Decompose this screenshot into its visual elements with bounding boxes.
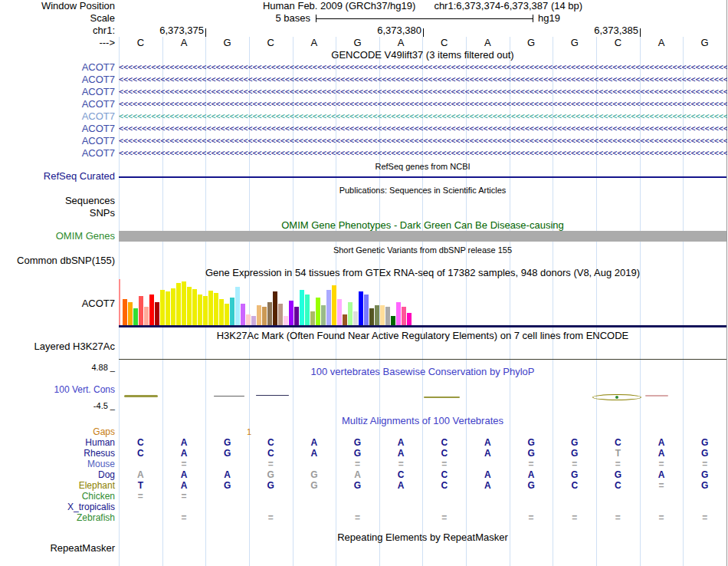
common-dbsnp-label[interactable]: Common dbSNP(155): [0, 255, 115, 267]
alignment-base: A: [640, 469, 684, 480]
repeatmasker-label[interactable]: RepeatMasker: [0, 542, 115, 554]
alignment-base: [336, 491, 379, 502]
conservation-mark: [645, 395, 668, 397]
scale-bar: [316, 15, 533, 22]
gtex-expression-bar: [337, 299, 342, 325]
species-label: Mouse: [0, 459, 115, 469]
alignment-base: A: [379, 437, 423, 448]
gtex-expression-bar: [187, 287, 192, 325]
genome-label: hg19: [538, 12, 560, 25]
alignment-base: G: [510, 437, 553, 448]
gencode-gene-label[interactable]: ACOT7: [0, 98, 115, 110]
gencode-gene-label[interactable]: ACOT7: [0, 74, 115, 86]
alignment-base: G: [683, 480, 726, 491]
alignment-base: A: [162, 448, 206, 459]
gencode-gene-label[interactable]: ACOT7: [0, 147, 115, 160]
gencode-gene-label[interactable]: ACOT7: [0, 123, 115, 135]
gtex-expression-bar: [123, 299, 127, 325]
species-label: Zebrafish: [0, 512, 115, 523]
alignment-base: [466, 502, 510, 512]
alignment-base: [162, 502, 206, 512]
gencode-gene-label[interactable]: ACOT7: [0, 110, 115, 123]
alignment-base: C: [596, 437, 640, 448]
alignment-base: A: [466, 469, 510, 480]
gencode-gene-label[interactable]: ACOT7: [0, 86, 115, 98]
cons-max-label: 4.88 _: [0, 361, 115, 373]
alignment-cells: CAGCAGACAGGCAG: [119, 437, 726, 448]
alignment-cells: ==: [119, 491, 726, 502]
h3k27ac-signal-line: [119, 359, 726, 360]
gtex-expression-bar: [294, 307, 299, 325]
gencode-transcript-row: ACOT7<<<<<<<<<<<<<<<<<<<<<<<<<<<<<<<<<<<…: [0, 86, 728, 98]
base-letter: A: [162, 37, 206, 49]
conservation-mark: [214, 396, 244, 397]
refseq-curated-label[interactable]: RefSeq Curated: [0, 170, 115, 183]
conservation-mark: [256, 395, 289, 396]
alignment-base: [683, 491, 726, 502]
conservation-label[interactable]: 100 Vert. Cons: [0, 383, 115, 396]
gtex-expression-bar: [402, 307, 406, 325]
gencode-gene-label[interactable]: ACOT7: [0, 61, 115, 74]
gtex-expression-bar: [257, 305, 261, 325]
alignment-base: [466, 491, 510, 502]
gtex-track-label[interactable]: ACOT7: [0, 298, 115, 310]
gtex-expression-bar: [251, 316, 256, 325]
alignment-base: [293, 502, 336, 512]
alignment-base: =: [422, 459, 466, 469]
base-letter: C: [422, 37, 466, 49]
gtex-expression-bar: [284, 316, 288, 325]
transcript-arrows: <<<<<<<<<<<<<<<<<<<<<<<<<<<<<<<<<<<<<<<<…: [119, 74, 727, 86]
track-title-refseq: RefSeq genes from NCBI: [119, 160, 726, 173]
alignment-base: =: [119, 491, 162, 502]
transcript-arrows: <<<<<<<<<<<<<<<<<<<<<<<<<<<<<<<<<<<<<<<<…: [119, 135, 727, 147]
gencode-gene-label[interactable]: ACOT7: [0, 135, 115, 147]
gtex-baseline: [119, 325, 726, 327]
track-title-repeatmasker: Repeating Elements by RepeatMasker: [119, 531, 726, 544]
alignment-base: G: [249, 480, 293, 491]
coordinate-label: 6,373,375: [159, 25, 204, 37]
base-letter: C: [249, 37, 293, 49]
gencode-rows: ACOT7<<<<<<<<<<<<<<<<<<<<<<<<<<<<<<<<<<<…: [0, 61, 728, 160]
track-title-publications: Publications: Sequences in Scientific Ar…: [119, 184, 726, 196]
gtex-expression-bar: [155, 302, 159, 325]
alignment-base: G: [205, 448, 249, 459]
alignment-base: =: [336, 512, 379, 523]
alignment-base: [205, 491, 249, 502]
gtex-expression-bar: [353, 311, 358, 325]
alignment-base: C: [596, 480, 640, 491]
conservation-mark: [592, 394, 641, 400]
snps-label[interactable]: SNPs: [0, 207, 115, 219]
alignment-base: =: [249, 459, 293, 469]
alignment-base: =: [510, 459, 553, 469]
species-label: Elephant: [0, 480, 115, 491]
alignment-base: =: [336, 459, 379, 469]
alignment-base: G: [553, 437, 596, 448]
alignment-base: G: [596, 469, 640, 480]
coords-row: 6,373,3756,373,3806,373,385: [0, 25, 728, 37]
sequences-label[interactable]: Sequences: [0, 195, 115, 207]
position-title: chr1:6,373,374-6,373,387 (14 bp): [434, 0, 582, 12]
gtex-expression-bar: [332, 285, 336, 325]
gtex-expression-bar: [385, 307, 390, 325]
gtex-expression-bar: [407, 313, 412, 325]
alignment-base: A: [205, 469, 249, 480]
base-letter: A: [379, 37, 423, 49]
gtex-expression-bar: [144, 307, 149, 325]
omim-genes-label[interactable]: OMIM Genes: [0, 230, 115, 242]
alignment-row: Chicken==: [0, 491, 728, 502]
alignment-base: =: [162, 512, 206, 523]
alignment-base: [683, 502, 726, 512]
alignment-base: C: [379, 469, 423, 480]
alignment-base: A: [162, 469, 206, 480]
alignment-base: =: [553, 459, 596, 469]
alignment-base: =: [640, 480, 684, 491]
track-title-dbsnp: Short Genetic Variants from dbSNP releas…: [119, 244, 726, 256]
alignment-base: C: [553, 480, 596, 491]
alignment-base: [293, 491, 336, 502]
alignment-base: [336, 502, 379, 512]
gtex-expression-bar: [160, 290, 165, 325]
h3k27ac-label[interactable]: Layered H3K27Ac: [0, 341, 115, 353]
coordinate-tick: [205, 28, 206, 37]
alignment-row: Zebrafish=========: [0, 512, 728, 523]
gtex-expression-bar: [262, 307, 267, 325]
